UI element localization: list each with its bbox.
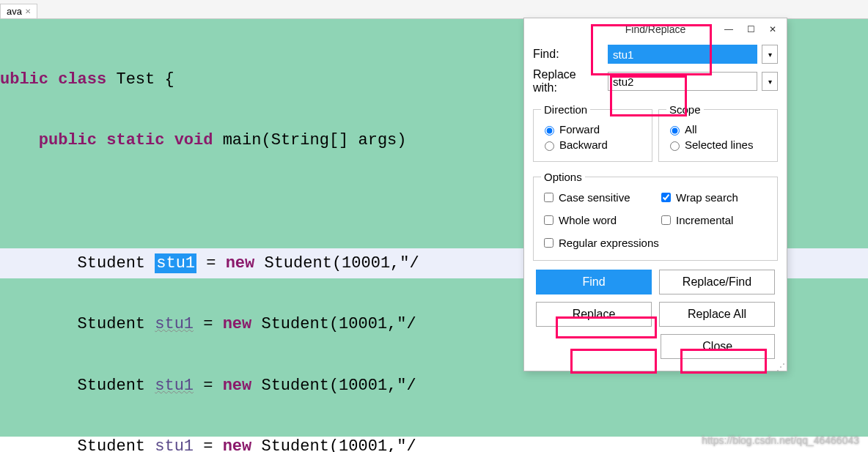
scope-group: Scope All Selected lines bbox=[658, 103, 778, 162]
keyword: static bbox=[106, 131, 164, 149]
variable: stu1 bbox=[155, 315, 194, 333]
incremental-label: Incremental bbox=[676, 214, 733, 226]
regex-checkbox[interactable] bbox=[544, 238, 553, 248]
variable: stu1 bbox=[155, 437, 194, 452]
replace-input[interactable] bbox=[608, 72, 757, 91]
case-sensitive-checkbox[interactable] bbox=[544, 193, 553, 202]
keyword: void bbox=[174, 131, 213, 149]
code-text: = bbox=[194, 377, 223, 395]
replace-dropdown-icon[interactable]: ▾ bbox=[762, 72, 778, 91]
case-sensitive-label: Case sensitive bbox=[559, 191, 630, 204]
brace: { bbox=[164, 70, 174, 89]
whole-word-checkbox[interactable] bbox=[544, 215, 553, 225]
resize-grip-icon[interactable]: ⋰ bbox=[776, 366, 785, 369]
maximize-icon[interactable]: ☐ bbox=[740, 21, 762, 38]
keyword: new bbox=[223, 437, 252, 452]
regex-label: Regular expressions bbox=[559, 237, 659, 249]
options-legend: Options bbox=[541, 171, 585, 183]
find-replace-dialog: Find/Replace — ☐ ✕ Find: ▾ Replace with:… bbox=[523, 18, 787, 371]
replace-find-button[interactable]: Replace/Find bbox=[659, 270, 775, 294]
tab-label: ava bbox=[7, 6, 22, 17]
dialog-titlebar[interactable]: Find/Replace — ☐ ✕ bbox=[524, 18, 787, 40]
code-text: = bbox=[194, 315, 223, 333]
code-text: Student(10001,"/ bbox=[251, 315, 416, 333]
selected-lines-label: Selected lines bbox=[685, 138, 753, 151]
tab-bar: ava ✕ bbox=[0, 0, 868, 19]
code-text: Student bbox=[0, 437, 155, 452]
keyword: new bbox=[223, 315, 252, 333]
class-name: Test bbox=[116, 70, 155, 89]
keyword: new bbox=[226, 254, 255, 273]
tab-close-icon[interactable]: ✕ bbox=[25, 7, 31, 15]
find-button[interactable]: Find bbox=[536, 270, 652, 294]
replace-label: Replace with: bbox=[533, 68, 603, 95]
code-text: Student(10001,"/ bbox=[254, 254, 419, 273]
direction-legend: Direction bbox=[541, 103, 590, 116]
editor-tab[interactable]: ava ✕ bbox=[0, 4, 37, 18]
find-input[interactable] bbox=[608, 45, 757, 64]
watermark: https://blog.csdn.net/qq_46466043 bbox=[702, 434, 859, 446]
forward-label: Forward bbox=[559, 123, 600, 136]
keyword: new bbox=[223, 377, 252, 395]
code-text: Student(10001,"/ bbox=[251, 437, 416, 452]
find-label: Find: bbox=[533, 48, 603, 61]
wrap-search-label: Wrap search bbox=[676, 191, 738, 204]
code-text: Student bbox=[0, 254, 155, 273]
keyword: class bbox=[58, 70, 106, 89]
keyword: public bbox=[39, 131, 97, 149]
whole-word-label: Whole word bbox=[559, 214, 617, 226]
direction-group: Direction Forward Backward bbox=[533, 103, 652, 162]
replace-button[interactable]: Replace bbox=[536, 302, 652, 327]
code-text: Student(10001,"/ bbox=[251, 377, 416, 395]
code-text: = bbox=[196, 254, 226, 273]
code-text: Student bbox=[0, 315, 155, 333]
options-group: Options Case sensitive Wrap search Whole… bbox=[533, 171, 778, 261]
replace-all-button[interactable]: Replace All bbox=[659, 302, 775, 327]
method-sig: main(String[] args) bbox=[223, 131, 407, 149]
find-dropdown-icon[interactable]: ▾ bbox=[762, 45, 778, 64]
dialog-title: Find/Replace bbox=[625, 23, 686, 35]
backward-radio[interactable] bbox=[545, 141, 554, 151]
minimize-icon[interactable]: — bbox=[718, 21, 740, 38]
close-button[interactable]: Close bbox=[661, 334, 775, 359]
code-text: = bbox=[194, 437, 223, 452]
keyword: ublic bbox=[0, 70, 48, 89]
wrap-search-checkbox[interactable] bbox=[661, 193, 671, 202]
variable: stu1 bbox=[155, 377, 194, 395]
close-icon[interactable]: ✕ bbox=[762, 21, 784, 38]
all-label: All bbox=[685, 123, 697, 136]
forward-radio[interactable] bbox=[545, 126, 554, 136]
selected-lines-radio[interactable] bbox=[670, 141, 680, 151]
incremental-checkbox[interactable] bbox=[661, 215, 671, 225]
backward-label: Backward bbox=[559, 138, 608, 151]
code-text: Student bbox=[0, 377, 155, 395]
scope-legend: Scope bbox=[666, 103, 704, 116]
selection-highlight: stu1 bbox=[155, 253, 196, 273]
all-radio[interactable] bbox=[670, 126, 680, 136]
